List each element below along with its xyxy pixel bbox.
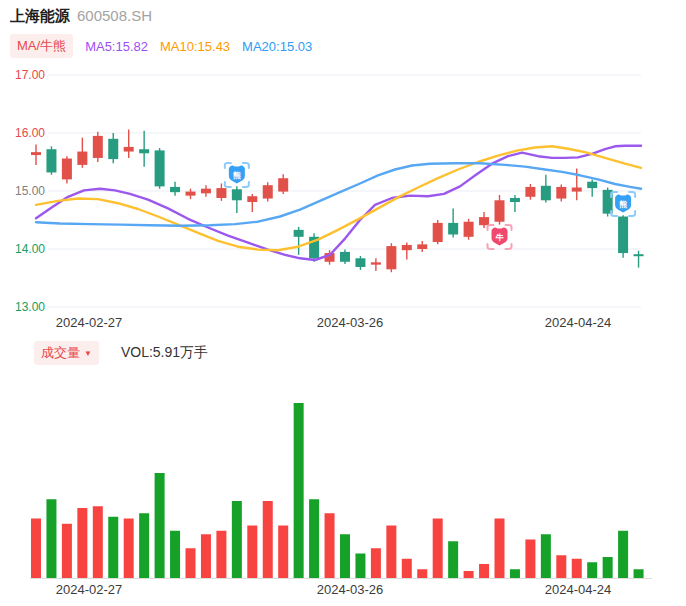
candlestick — [186, 192, 196, 196]
volume-bar — [634, 569, 644, 578]
candlestick — [170, 187, 180, 192]
candlestick — [572, 188, 582, 192]
volume-bar — [278, 526, 288, 579]
candlestick — [294, 230, 304, 237]
bull-badge-icon[interactable]: 牛 — [488, 225, 512, 249]
volume-bar — [216, 531, 226, 578]
volume-bar — [556, 555, 566, 578]
candlestick — [155, 150, 165, 186]
date-axis-label: 2024-03-26 — [317, 315, 384, 330]
candlestick — [510, 198, 520, 202]
volume-bar — [541, 534, 551, 578]
kline-chart-canvas[interactable]: 熊牛熊 — [0, 0, 686, 606]
candlestick — [371, 262, 381, 264]
volume-bar — [77, 508, 87, 578]
candlestick — [247, 196, 257, 202]
candlestick — [556, 187, 566, 199]
date-axis-label: 2024-03-26 — [317, 582, 384, 597]
volume-bar — [572, 559, 582, 578]
candlestick — [108, 139, 118, 159]
volume-bar — [371, 548, 381, 578]
volume-bar — [495, 519, 505, 579]
volume-bar — [46, 499, 56, 578]
candlestick — [62, 159, 72, 180]
svg-text:牛: 牛 — [496, 233, 505, 242]
volume-bar — [263, 501, 273, 578]
candlestick — [355, 258, 365, 267]
volume-bar — [325, 513, 335, 578]
date-axis-label: 2024-04-24 — [545, 315, 612, 330]
volume-bar — [139, 513, 149, 578]
volume-bar — [62, 524, 72, 578]
candlestick — [587, 182, 597, 188]
candlestick — [77, 152, 87, 165]
candlestick — [417, 244, 427, 249]
volume-bar — [170, 531, 180, 578]
candlestick — [93, 136, 103, 158]
candlestick — [479, 217, 489, 225]
candlestick — [46, 149, 56, 172]
candlestick — [124, 147, 134, 152]
volume-bar — [386, 526, 396, 579]
candlestick — [618, 217, 628, 254]
volume-bar — [603, 557, 613, 578]
volume-bar — [355, 554, 365, 579]
volume-bar — [108, 517, 118, 578]
candlestick — [402, 245, 412, 250]
volume-value: VOL:5.91万手 — [121, 344, 208, 362]
svg-text:熊: 熊 — [233, 171, 242, 180]
volume-bar — [402, 559, 412, 578]
date-axis-label: 2024-02-27 — [56, 582, 123, 597]
volume-bar — [186, 548, 196, 578]
price-axis-label: 14.00 — [12, 242, 48, 256]
candlestick — [278, 178, 288, 191]
volume-bar — [433, 519, 443, 579]
volume-bar — [247, 526, 257, 579]
volume-bar — [464, 571, 474, 578]
candlestick — [386, 246, 396, 269]
volume-bar — [309, 499, 319, 578]
volume-bar — [479, 564, 489, 578]
volume-bar — [618, 531, 628, 578]
bear-badge-icon[interactable]: 熊 — [225, 163, 249, 187]
volume-bar — [201, 534, 211, 578]
price-axis-label: 17.00 — [12, 68, 48, 82]
volume-bar — [294, 403, 304, 578]
volume-bar — [587, 562, 597, 578]
volume-bar — [340, 534, 350, 578]
volume-bar — [417, 569, 427, 578]
candlestick — [31, 152, 41, 155]
stock-chart-app: { "header": { "title": "上海能源", "code": "… — [0, 0, 686, 606]
candlestick — [216, 188, 226, 198]
volume-bar — [155, 473, 165, 578]
volume-bar — [124, 519, 134, 579]
candlestick — [263, 185, 273, 198]
candlestick — [634, 254, 644, 256]
candlestick — [495, 200, 505, 221]
volume-bar — [232, 501, 242, 578]
candlestick — [448, 223, 458, 235]
chevron-down-icon: ▼ — [84, 349, 92, 358]
date-axis-label: 2024-02-27 — [56, 315, 123, 330]
date-axis-label: 2024-04-24 — [545, 582, 612, 597]
volume-bar — [31, 519, 41, 579]
svg-text:熊: 熊 — [619, 200, 628, 209]
candlestick — [433, 223, 443, 242]
candlestick — [139, 149, 149, 153]
candlestick — [201, 189, 211, 194]
candlestick — [525, 187, 535, 197]
price-axis-label: 15.00 — [12, 184, 48, 198]
volume-dropdown[interactable]: 成交量▼ — [34, 341, 99, 365]
volume-bar — [525, 540, 535, 579]
price-axis-label: 13.00 — [12, 300, 48, 314]
volume-bar — [93, 506, 103, 578]
candlestick — [232, 189, 242, 200]
volume-header: 成交量▼ VOL:5.91万手 — [34, 341, 208, 365]
price-axis-label: 16.00 — [12, 126, 48, 140]
bear-badge-icon[interactable]: 熊 — [611, 192, 635, 216]
candlestick — [464, 222, 474, 237]
candlestick — [340, 252, 350, 262]
ma5-line — [36, 146, 641, 260]
volume-bar — [510, 569, 520, 578]
candlestick — [541, 186, 551, 201]
